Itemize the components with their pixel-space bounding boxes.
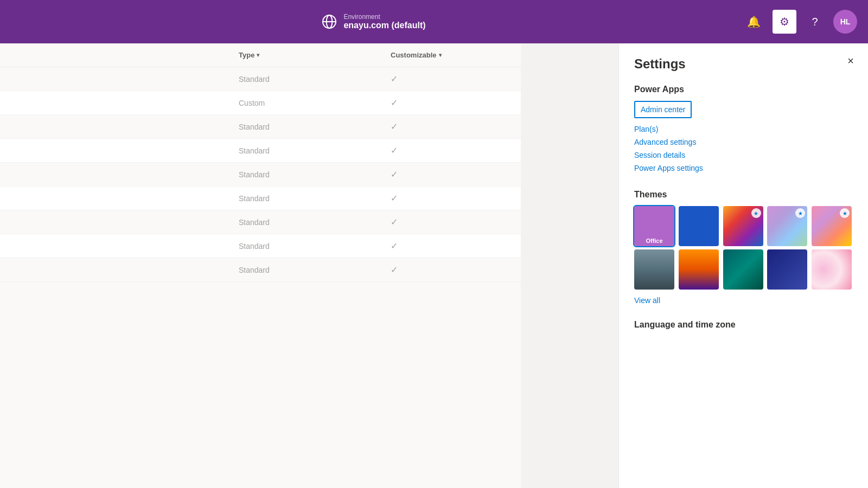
row-type: Standard [239,146,391,155]
notifications-button[interactable]: 🔔 [742,10,766,34]
admin-center-link[interactable]: Admin center [634,101,692,118]
theme-item[interactable] [723,249,763,290]
theme-item[interactable]: ★ [812,206,852,246]
theme-item[interactable]: ★ [723,206,763,246]
settings-button[interactable]: ⚙ [773,10,796,34]
environment-info: Environment enayu.com (default) [321,13,425,30]
theme-star-icon: ★ [795,208,805,218]
themes-grid: Office★★★ [634,206,853,290]
topbar: Environment enayu.com (default) 🔔 ⚙ ? HL [0,0,868,43]
theme-item[interactable] [812,249,852,290]
table-body: Standard ✓ Custom ✓ Standard ✓ Standard … [0,67,521,282]
type-sort-icon: ▾ [257,52,259,58]
table-row: Standard ✓ [0,67,521,91]
row-check: ✓ [391,241,499,251]
row-type: Standard [239,242,391,251]
env-text: Environment enayu.com (default) [343,13,425,30]
table-row: Standard ✓ [0,210,521,234]
theme-item[interactable] [679,206,719,246]
row-check: ✓ [391,217,499,227]
theme-item[interactable] [634,249,674,290]
environment-icon [321,13,338,30]
row-check: ✓ [391,169,499,179]
table-row: Standard ✓ [0,163,521,187]
table-row: Standard ✓ [0,139,521,163]
row-check: ✓ [391,193,499,203]
col-type[interactable]: Type ▾ [239,51,391,59]
col-type-label: Type [239,51,254,59]
view-all-link[interactable]: View all [634,296,853,305]
row-type: Custom [239,99,391,107]
language-title: Language and time zone [634,320,853,330]
row-type: Standard [239,266,391,274]
row-type: Standard [239,75,391,84]
row-type: Standard [239,194,391,203]
table-row: Standard ✓ [0,258,521,282]
row-check: ✓ [391,121,499,132]
row-type: Standard [239,218,391,227]
theme-item[interactable]: Office [634,206,674,246]
close-button[interactable]: × [842,52,859,69]
power-apps-section: Power Apps Admin center Plan(s) Advanced… [634,85,853,175]
row-check: ✓ [391,98,499,108]
row-type: Standard [239,123,391,131]
row-check: ✓ [391,74,499,84]
settings-panel: × Settings Power Apps Admin center Plan(… [618,43,868,488]
row-type: Standard [239,170,391,179]
theme-item[interactable] [679,249,719,290]
col-customizable[interactable]: Customizable ▾ [391,51,499,59]
power-apps-settings-link[interactable]: Power Apps settings [634,162,853,175]
theme-star-icon: ★ [751,208,761,218]
table-header: Type ▾ Customizable ▾ [0,43,521,67]
theme-label: Office [634,237,674,244]
table-row: Standard ✓ [0,234,521,258]
power-apps-title: Power Apps [634,85,853,94]
env-name: enayu.com (default) [343,21,425,30]
advanced-settings-link[interactable]: Advanced settings [634,136,853,149]
themes-section: Themes Office★★★ View all [634,190,853,305]
table-row: Standard ✓ [0,115,521,139]
table-row: Standard ✓ [0,187,521,210]
row-check: ✓ [391,145,499,156]
avatar[interactable]: HL [833,10,857,34]
session-details-link[interactable]: Session details [634,149,853,162]
customizable-sort-icon: ▾ [439,52,442,58]
col-customizable-label: Customizable [391,51,437,59]
theme-item[interactable] [767,249,807,290]
table-row: Custom ✓ [0,91,521,115]
themes-title: Themes [634,190,853,200]
settings-title: Settings [634,56,853,72]
help-button[interactable]: ? [803,10,827,34]
env-label: Environment [343,13,425,21]
theme-item[interactable]: ★ [767,206,807,246]
plans-link[interactable]: Plan(s) [634,123,853,136]
theme-star-icon: ★ [840,208,850,218]
main-content: Type ▾ Customizable ▾ Standard ✓ Custom … [0,43,521,488]
language-section: Language and time zone [634,320,853,330]
row-check: ✓ [391,265,499,275]
